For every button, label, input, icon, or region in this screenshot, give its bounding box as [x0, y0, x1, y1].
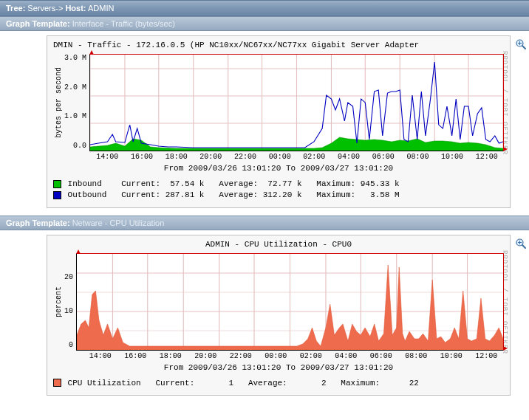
legend-swatch-outbound — [53, 191, 61, 199]
host-value: ADMIN — [88, 4, 114, 13]
legend: CPU Utilization Current: 1 Average: 2 Ma… — [53, 378, 504, 389]
y-ticks: 20 10 0 — [64, 253, 76, 349]
legend-swatch-cpu — [53, 379, 61, 387]
svg-line-36 — [522, 245, 525, 248]
graph-title: DMIN - Traffic - 172.16.0.5 (HP NC10xx/N… — [53, 41, 504, 49]
zoom-icon[interactable] — [515, 238, 527, 249]
legend-swatch-inbound — [53, 180, 61, 188]
y-axis-label: bytes per second — [53, 54, 64, 151]
tree-label: Tree: — [6, 4, 25, 13]
time-range: From 2009/03/26 13:01:20 To 2009/03/27 1… — [53, 363, 504, 372]
zoom-icon[interactable] — [515, 38, 527, 50]
svg-line-17 — [522, 46, 525, 49]
y-ticks: 3.0 M 2.0 M 1.0 M 0.0 — [64, 54, 89, 150]
template-value: Interface - Traffic (bytes/sec) — [72, 19, 175, 28]
y-axis-label: percent — [53, 253, 64, 351]
x-ticks: 14:0016:0018:0020:0022:0000:0002:0004:00… — [83, 351, 504, 360]
legend: Inbound Current: 57.54 k Average: 72.77 … — [53, 179, 504, 202]
graph-row-traffic: RRDTOOL / TOBI OETIKER DMIN - Traffic - … — [0, 31, 529, 216]
graph-title: ADMIN - CPU Utilization - CPU0 — [53, 240, 504, 249]
plot-area — [89, 54, 504, 151]
graph-traffic: RRDTOOL / TOBI OETIKER DMIN - Traffic - … — [47, 35, 511, 208]
template-value: Netware - CPU Utilization — [72, 218, 165, 227]
breadcrumb: Tree: Servers-> Host: ADMIN — [0, 0, 529, 16]
x-ticks: 14:0016:0018:0020:0022:0000:0002:0004:00… — [90, 151, 504, 161]
plot-area — [76, 253, 504, 351]
section-header-traffic: Graph Template: Interface - Traffic (byt… — [0, 16, 529, 31]
host-label: Host: — [65, 4, 86, 13]
graph-cpu: RRDTOOL / TOBI OETIKER ADMIN - CPU Utili… — [47, 235, 511, 396]
graph-row-cpu: RRDTOOL / TOBI OETIKER ADMIN - CPU Utili… — [0, 230, 529, 403]
tree-value: Servers-> — [27, 4, 63, 13]
section-header-cpu: Graph Template: Netware - CPU Utilizatio… — [0, 216, 529, 230]
time-range: From 2009/03/26 13:01:20 To 2009/03/27 1… — [53, 164, 504, 173]
template-label: Graph Template: — [6, 218, 70, 227]
template-label: Graph Template: — [6, 19, 70, 28]
